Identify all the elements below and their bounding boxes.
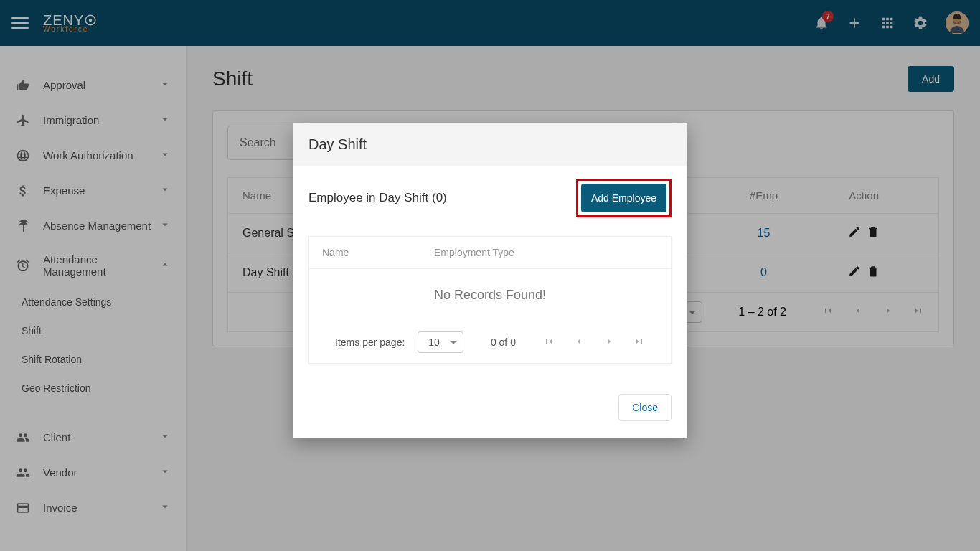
no-records-message: No Records Found! <box>309 269 671 321</box>
close-button[interactable]: Close <box>618 394 672 421</box>
modal-col-name: Name <box>322 247 434 258</box>
last-page-icon[interactable] <box>633 336 645 349</box>
employee-table: Name Employment Type No Records Found! I… <box>308 236 672 364</box>
prev-page-icon[interactable] <box>573 336 585 349</box>
modal-overlay: Day Shift Employee in Day Shift (0) Add … <box>0 0 980 551</box>
modal-title: Day Shift <box>293 123 687 166</box>
day-shift-modal: Day Shift Employee in Day Shift (0) Add … <box>293 123 687 438</box>
modal-items-select[interactable]: 10 <box>418 331 463 353</box>
modal-items-label: Items per page: <box>335 336 405 348</box>
add-employee-button[interactable]: Add Employee <box>581 184 666 212</box>
modal-page-count: 0 of 0 <box>491 336 516 348</box>
modal-col-type: Employment Type <box>434 247 658 258</box>
next-page-icon[interactable] <box>603 336 615 349</box>
first-page-icon[interactable] <box>543 336 555 349</box>
add-employee-highlight: Add Employee <box>576 179 672 217</box>
modal-subtitle: Employee in Day Shift (0) <box>308 191 447 205</box>
